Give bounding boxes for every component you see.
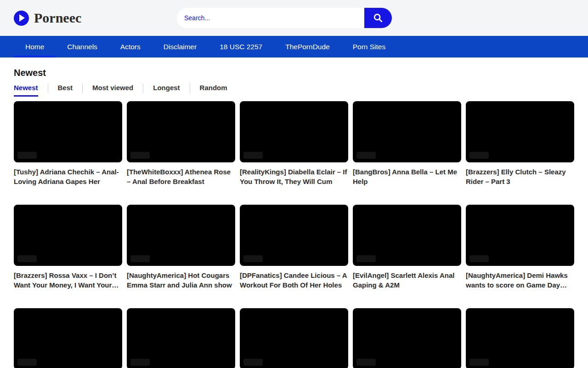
logo[interactable]: Porneec bbox=[14, 10, 81, 26]
nav-item-channels[interactable]: Channels bbox=[56, 36, 109, 58]
duration-badge bbox=[130, 359, 150, 366]
main-nav: HomeChannelsActorsDisclaimer18 USC 2257T… bbox=[0, 36, 588, 58]
duration-badge bbox=[17, 359, 37, 366]
tab-divider bbox=[143, 84, 143, 93]
video-title[interactable]: [BangBros] Anna Bella – Let Me Help bbox=[353, 167, 461, 186]
nav-item-disclaimer[interactable]: Disclaimer bbox=[152, 36, 208, 58]
video-thumbnail[interactable] bbox=[14, 308, 122, 368]
video-card: [Brazzers] Elly Clutch – Sleazy Rider – … bbox=[466, 101, 574, 186]
video-thumbnail[interactable] bbox=[240, 308, 348, 368]
video-card: [NaughtyAmerica] Demi Hawks wants to sco… bbox=[466, 205, 574, 290]
duration-badge bbox=[130, 255, 150, 262]
logo-text: Porneec bbox=[34, 10, 81, 26]
video-title[interactable]: [TheWhiteBoxxx] Athenea Rose – Anal Befo… bbox=[127, 167, 235, 186]
duration-badge bbox=[243, 255, 263, 262]
video-card: [EvilAngel] Scarlett Alexis Anal Gaping … bbox=[353, 205, 461, 290]
tab-newest[interactable]: Newest bbox=[14, 84, 38, 97]
video-card bbox=[466, 308, 574, 368]
video-title[interactable]: [RealityKings] Diabella Eclair – If You … bbox=[240, 167, 348, 186]
video-grid: [Tushy] Adriana Chechik – Anal-Loving Ad… bbox=[14, 101, 574, 368]
video-card bbox=[240, 308, 348, 368]
duration-badge bbox=[243, 152, 263, 159]
video-thumbnail[interactable] bbox=[466, 205, 574, 266]
video-thumbnail[interactable] bbox=[353, 308, 461, 368]
duration-badge bbox=[469, 152, 489, 159]
nav-item-porn-sites[interactable]: Porn Sites bbox=[341, 36, 397, 58]
duration-badge bbox=[17, 255, 37, 262]
duration-badge bbox=[243, 359, 263, 366]
nav-item-18-usc-2257[interactable]: 18 USC 2257 bbox=[208, 36, 274, 58]
video-thumbnail[interactable] bbox=[127, 308, 235, 368]
video-title[interactable]: [Brazzers] Rossa Vaxx – I Don’t Want You… bbox=[14, 270, 122, 290]
duration-badge bbox=[469, 255, 489, 262]
video-card: [TheWhiteBoxxx] Athenea Rose – Anal Befo… bbox=[127, 101, 235, 186]
play-icon bbox=[14, 11, 29, 26]
duration-badge bbox=[356, 255, 376, 262]
video-thumbnail[interactable] bbox=[353, 205, 461, 266]
duration-badge bbox=[356, 359, 376, 366]
video-card: [BangBros] Anna Bella – Let Me Help bbox=[353, 101, 461, 186]
nav-item-home[interactable]: Home bbox=[14, 36, 56, 58]
video-title[interactable]: [Tushy] Adriana Chechik – Anal-Loving Ad… bbox=[14, 167, 122, 186]
tab-best[interactable]: Best bbox=[58, 84, 73, 97]
tab-random[interactable]: Random bbox=[200, 84, 227, 97]
video-card bbox=[353, 308, 461, 368]
search-icon bbox=[373, 13, 383, 23]
video-card: [DPFanatics] Candee Licious – A Workout … bbox=[240, 205, 348, 290]
video-thumbnail[interactable] bbox=[466, 101, 574, 162]
video-thumbnail[interactable] bbox=[14, 101, 122, 162]
video-card bbox=[127, 308, 235, 368]
duration-badge bbox=[356, 152, 376, 159]
main-content: Newest NewestBestMost viewedLongestRando… bbox=[0, 68, 588, 368]
tab-divider bbox=[48, 84, 48, 93]
video-title[interactable]: [EvilAngel] Scarlett Alexis Anal Gaping … bbox=[353, 270, 461, 290]
duration-badge bbox=[17, 152, 37, 159]
search-input[interactable] bbox=[177, 8, 364, 28]
video-thumbnail[interactable] bbox=[127, 205, 235, 266]
video-thumbnail[interactable] bbox=[127, 101, 235, 162]
video-thumbnail[interactable] bbox=[353, 101, 461, 162]
page-title: Newest bbox=[14, 68, 574, 78]
video-thumbnail[interactable] bbox=[240, 205, 348, 266]
site-header: Porneec bbox=[0, 0, 588, 36]
tab-most-viewed[interactable]: Most viewed bbox=[92, 84, 133, 97]
video-title[interactable]: [NaughtyAmerica] Hot Cougars Emma Starr … bbox=[127, 270, 235, 290]
video-card: [RealityKings] Diabella Eclair – If You … bbox=[240, 101, 348, 186]
nav-item-actors[interactable]: Actors bbox=[109, 36, 152, 58]
duration-badge bbox=[469, 359, 489, 366]
tabs: NewestBestMost viewedLongestRandom bbox=[14, 84, 574, 97]
duration-badge bbox=[130, 152, 150, 159]
video-title[interactable]: [Brazzers] Elly Clutch – Sleazy Rider – … bbox=[466, 167, 574, 186]
tab-divider bbox=[82, 84, 83, 93]
tab-divider bbox=[190, 84, 190, 93]
search-bar bbox=[177, 8, 392, 28]
video-thumbnail[interactable] bbox=[466, 308, 574, 368]
tab-longest[interactable]: Longest bbox=[153, 84, 180, 97]
video-title[interactable]: [DPFanatics] Candee Licious – A Workout … bbox=[240, 270, 348, 290]
video-thumbnail[interactable] bbox=[240, 101, 348, 162]
video-card: [Tushy] Adriana Chechik – Anal-Loving Ad… bbox=[14, 101, 122, 186]
video-title[interactable]: [NaughtyAmerica] Demi Hawks wants to sco… bbox=[466, 270, 574, 290]
video-card: [Brazzers] Rossa Vaxx – I Don’t Want You… bbox=[14, 205, 122, 290]
nav-item-theporndude[interactable]: ThePornDude bbox=[274, 36, 341, 58]
video-thumbnail[interactable] bbox=[14, 205, 122, 266]
video-card: [NaughtyAmerica] Hot Cougars Emma Starr … bbox=[127, 205, 235, 290]
video-card bbox=[14, 308, 122, 368]
search-button[interactable] bbox=[364, 8, 392, 28]
